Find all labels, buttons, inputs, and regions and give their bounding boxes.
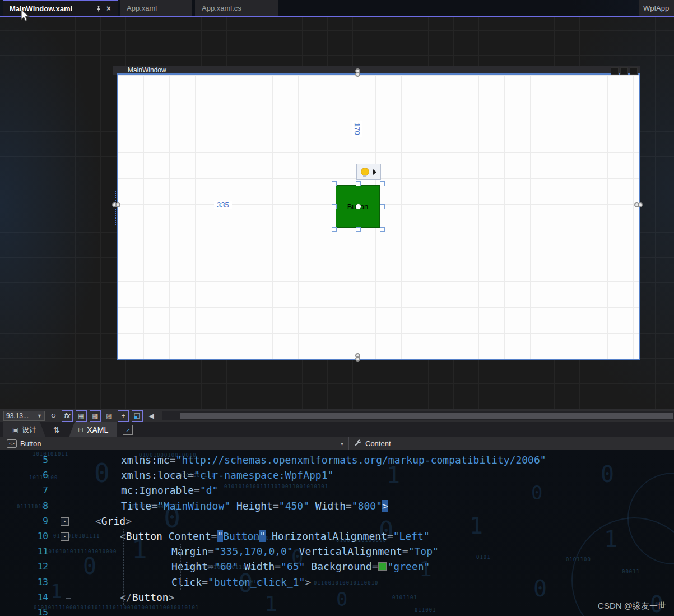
xaml-code-editor[interactable]: 0100001110010001101010101011010010001001… (0, 450, 674, 616)
designer-toolbar: 93.13... ▼ ↻fx▦▩▨+❏◀ (0, 409, 674, 422)
indent-guide (72, 450, 72, 616)
csdn-watermark: CSDN @缘友一世 (598, 601, 666, 612)
tab-wpfapp[interactable]: WpfApp (639, 0, 674, 16)
code-line[interactable]: 11Margin="335,170,0,0" VerticalAlignment… (0, 544, 674, 559)
indent-guide (180, 544, 181, 590)
wrench-icon (354, 439, 362, 450)
tab-label: WpfApp (643, 4, 669, 12)
resize-handle-e[interactable] (380, 204, 385, 209)
design-view-icon: ▣ (12, 426, 18, 434)
snap-to-grid-icon[interactable]: ▩ (90, 410, 101, 422)
view-switch-strip: ▣ 设计 ⇅ ⊡ XAML ↗ (0, 422, 674, 437)
line-number: 10 (0, 531, 48, 541)
pop-out-pane-icon[interactable]: ↗ (123, 425, 133, 435)
anchor-chain-icon[interactable] (634, 202, 644, 209)
preview-window-buttons (611, 67, 638, 75)
code-line[interactable]: 6xmlns:local="clr-namespace:WpfApp1" (0, 467, 674, 483)
scrollbar-thumb[interactable] (180, 413, 673, 419)
show-grid-icon[interactable]: ▦ (76, 410, 87, 422)
code-line[interactable]: 12Height="60" Width="65" Background="gre… (0, 559, 674, 574)
chevron-down-icon: ▼ (37, 413, 42, 419)
refresh-icon[interactable]: ↻ (48, 410, 59, 422)
close-icon[interactable]: × (106, 4, 111, 12)
line-number: 14 (0, 592, 48, 603)
resize-handle-w[interactable] (332, 204, 337, 209)
code-line[interactable]: 13Click="button_click_1"> (0, 575, 674, 590)
code-line[interactable]: 14</Button> (0, 590, 674, 605)
chevron-down-icon[interactable]: ▾ (341, 441, 343, 447)
line-number: 12 (0, 561, 48, 572)
mouse-cursor (20, 9, 31, 22)
editor-navigation-bar: <> Button ▾ Content (0, 437, 674, 451)
swap-panes-icon[interactable]: ⇅ (53, 422, 60, 437)
breadcrumb-property[interactable]: Content (365, 439, 391, 448)
tab-label: App.xaml (127, 4, 157, 12)
code-line[interactable]: 9<Grid> (0, 513, 674, 529)
resize-handle-n[interactable] (356, 181, 361, 186)
xml-element-icon: <> (7, 439, 17, 448)
divider (348, 437, 349, 450)
resize-handle-nw[interactable] (332, 181, 337, 186)
resize-handle-se[interactable] (380, 227, 385, 232)
line-number: 13 (0, 577, 48, 587)
breadcrumb-element[interactable]: Button (20, 439, 41, 448)
tab-label: App.xaml.cs (202, 4, 241, 12)
design-surface[interactable]: MainWindow 170 335 Button (0, 17, 674, 409)
snaplines-icon[interactable]: + (118, 410, 129, 422)
code-lines[interactable]: 5xmlns:mc="http://schemas.openxmlformats… (0, 450, 674, 616)
selection-dotted-line (115, 71, 639, 71)
indent-guide (123, 529, 124, 605)
effects-fx-icon[interactable]: fx (62, 410, 73, 422)
line-number: 6 (0, 470, 48, 480)
line-number: 15 (0, 607, 48, 616)
code-line[interactable]: 15 (0, 605, 674, 616)
zoom-level-value: 93.13... (6, 412, 29, 420)
fold-marker[interactable]: - (61, 532, 69, 541)
zoom-level-select[interactable]: 93.13... ▼ (3, 411, 45, 421)
line-number: 8 (0, 501, 48, 511)
margin-top-value: 170 (352, 121, 362, 137)
collapse-arrow-icon[interactable]: ◀ (146, 410, 157, 422)
quick-actions-popup[interactable] (356, 164, 381, 180)
line-number: 7 (0, 485, 48, 495)
designer-button-element[interactable]: Button (336, 185, 380, 228)
tab-app-xaml[interactable]: App.xaml (120, 0, 192, 16)
fold-scope-end (66, 598, 71, 599)
document-tab-bar: MainWindow.xaml × App.xaml App.xaml.cs W… (0, 0, 674, 17)
anchor-chain-icon[interactable] (354, 353, 360, 363)
anchor-chain-icon[interactable] (354, 68, 360, 78)
visual-studio-window: MainWindow.xaml × App.xaml App.xaml.cs W… (0, 0, 674, 616)
designer-horizontal-scrollbar[interactable] (162, 411, 674, 420)
disable-project-code-icon[interactable]: ❏ (132, 410, 143, 422)
tab-design-view[interactable]: ▣ 设计 (3, 422, 45, 437)
tab-xaml-view[interactable]: ⊡ XAML (69, 422, 117, 437)
code-line[interactable]: 5xmlns:mc="http://schemas.openxmlformats… (0, 452, 674, 467)
pin-icon[interactable] (95, 5, 102, 12)
anchor-point-dot (356, 204, 361, 209)
design-view-label: 设计 (22, 425, 36, 435)
expand-arrow-icon[interactable] (373, 169, 376, 175)
resize-handle-s[interactable] (356, 227, 361, 232)
fold-marker[interactable]: - (61, 517, 69, 526)
preview-window-title: MainWindow (128, 66, 166, 74)
toggle-artboard-background-icon[interactable]: ▨ (104, 410, 115, 422)
code-line[interactable]: 10<Button Content="Button" HorizontalAli… (0, 529, 674, 544)
xaml-view-label: XAML (87, 425, 108, 434)
tab-app-xaml-cs[interactable]: App.xaml.cs (195, 0, 278, 16)
color-swatch-green (378, 562, 387, 571)
code-line[interactable]: 8Title="MainWindow" Height="450" Width="… (0, 498, 674, 513)
margin-left-value: 335 (214, 201, 232, 209)
xaml-view-icon: ⊡ (78, 426, 83, 434)
line-number: 5 (0, 455, 48, 465)
line-number: 9 (0, 516, 48, 526)
lightbulb-icon[interactable] (361, 168, 369, 176)
resize-handle-ne[interactable] (380, 181, 385, 186)
tab-label: MainWindow.xaml (10, 4, 72, 13)
code-line[interactable]: 7mc:Ignorable="d" (0, 483, 674, 498)
resize-handle-sw[interactable] (332, 227, 337, 232)
line-number: 11 (0, 546, 48, 557)
anchor-chain-icon[interactable] (112, 202, 122, 209)
